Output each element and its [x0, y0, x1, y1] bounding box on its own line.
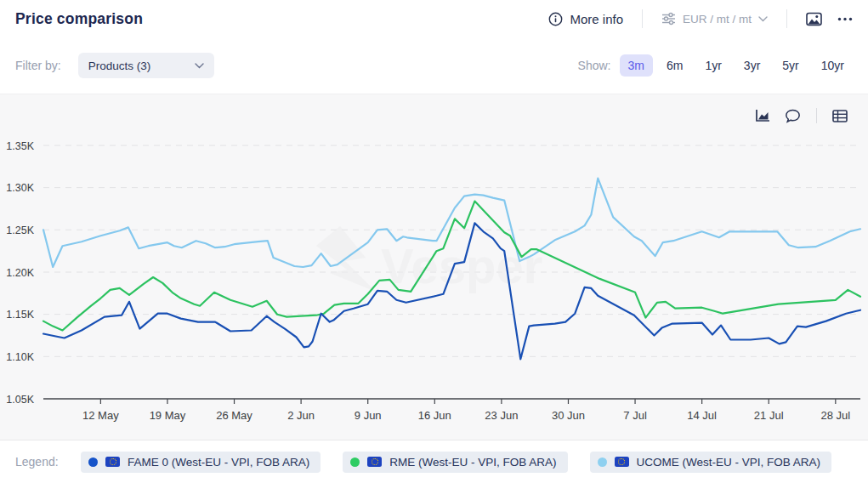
y-axis-tick-label: 1.35K: [6, 140, 34, 152]
legend-item[interactable]: RME (West-EU - VPI, FOB ARA): [343, 452, 567, 473]
price-comparison-widget: Price comparison More info EUR / mt / mt: [0, 0, 868, 483]
divider: [816, 108, 817, 123]
svg-text:Vesper: Vesper: [381, 238, 542, 293]
range-button-1yr[interactable]: 1yr: [696, 54, 729, 77]
y-axis-tick-label: 1.25K: [6, 224, 34, 236]
x-axis-tick-label: 21 Jul: [754, 409, 784, 422]
legend-item[interactable]: UCOME (West-EU - VPI, FOB ARA): [590, 452, 832, 473]
legend-item-label: UCOME (West-EU - VPI, FOB ARA): [637, 456, 821, 469]
chart-toolbar: [755, 108, 848, 123]
export-image-button[interactable]: [806, 12, 822, 26]
time-range-group: Show: 3m6m1yr3yr5yr10yr: [578, 54, 853, 77]
divider: [786, 9, 787, 28]
products-dropdown-value: Products (3): [88, 60, 151, 72]
range-button-3yr[interactable]: 3yr: [735, 54, 769, 77]
eu-flag-icon: [615, 457, 629, 467]
y-axis-tick-label: 1.30K: [6, 182, 34, 194]
chevron-down-icon: [758, 16, 768, 22]
more-options-icon: [837, 17, 853, 21]
range-button-10yr[interactable]: 10yr: [813, 54, 853, 77]
x-axis-tick-label: 30 Jun: [552, 409, 585, 422]
divider: [642, 9, 643, 28]
header-actions: More info EUR / mt / mt: [548, 9, 853, 28]
info-icon: [548, 12, 563, 26]
range-button-3m[interactable]: 3m: [620, 54, 653, 77]
price-line-chart[interactable]: 1.05K1.10K1.15K1.20K1.25K1.30K1.35K12 Ma…: [0, 94, 868, 440]
legend-row: Legend: FAME 0 (West-EU - VPI, FOB ARA)R…: [0, 440, 868, 483]
legend-items: FAME 0 (West-EU - VPI, FOB ARA)RME (West…: [81, 452, 831, 473]
x-axis-tick-label: 16 Jun: [418, 409, 451, 422]
range-button-6m[interactable]: 6m: [658, 54, 691, 77]
series-color-dot: [598, 457, 607, 467]
range-button-5yr[interactable]: 5yr: [774, 54, 807, 77]
unit-selector-label: EUR / mt / mt: [683, 13, 752, 26]
more-info-label: More info: [570, 12, 623, 26]
show-label: Show:: [578, 59, 611, 72]
products-dropdown[interactable]: Products (3): [78, 53, 214, 78]
chart-panel: 1.05K1.10K1.15K1.20K1.25K1.30K1.35K12 Ma…: [0, 94, 868, 440]
area-chart-icon[interactable]: [755, 109, 771, 122]
legend-item-label: RME (West-EU - VPI, FOB ARA): [389, 456, 556, 469]
x-axis-tick-label: 12 May: [82, 409, 119, 422]
legend-item[interactable]: FAME 0 (West-EU - VPI, FOB ARA): [81, 452, 321, 473]
header: Price comparison More info EUR / mt / mt: [0, 0, 868, 37]
x-axis-tick-label: 7 Jul: [623, 409, 647, 422]
series-color-dot: [350, 457, 360, 467]
x-axis-tick-label: 19 May: [150, 409, 186, 422]
x-axis-tick-label: 2 Jun: [287, 409, 315, 422]
range-buttons: 3m6m1yr3yr5yr10yr: [620, 54, 854, 77]
more-info-button[interactable]: More info: [548, 12, 623, 26]
y-axis-tick-label: 1.10K: [6, 351, 34, 363]
legend-label: Legend:: [15, 455, 81, 469]
table-icon[interactable]: [832, 110, 848, 122]
chevron-down-icon: [195, 63, 204, 69]
sliders-icon: [661, 12, 676, 26]
y-axis-tick-label: 1.15K: [6, 309, 34, 321]
filter-by-label: Filter by:: [15, 59, 61, 72]
unit-selector[interactable]: EUR / mt / mt: [661, 12, 768, 26]
comment-icon[interactable]: [785, 109, 801, 123]
x-axis-tick-label: 14 Jul: [687, 409, 717, 422]
more-options-button[interactable]: [837, 17, 853, 21]
series-color-dot: [88, 457, 98, 467]
x-axis-tick-label: 26 May: [216, 409, 252, 422]
x-axis-tick-label: 28 Jul: [820, 409, 850, 422]
legend-item-label: FAME 0 (West-EU - VPI, FOB ARA): [128, 456, 309, 469]
y-axis-tick-label: 1.20K: [6, 267, 34, 279]
x-axis-tick-label: 9 Jun: [355, 409, 382, 422]
image-export-icon: [806, 12, 822, 26]
filter-row: Filter by: Products (3) Show: 3m6m1yr3yr…: [0, 37, 868, 94]
eu-flag-icon: [105, 457, 120, 467]
eu-flag-icon: [367, 457, 382, 467]
x-axis-tick-label: 23 Jun: [485, 409, 518, 422]
y-axis-tick-label: 1.05K: [6, 394, 34, 406]
page-title: Price comparison: [15, 10, 143, 28]
